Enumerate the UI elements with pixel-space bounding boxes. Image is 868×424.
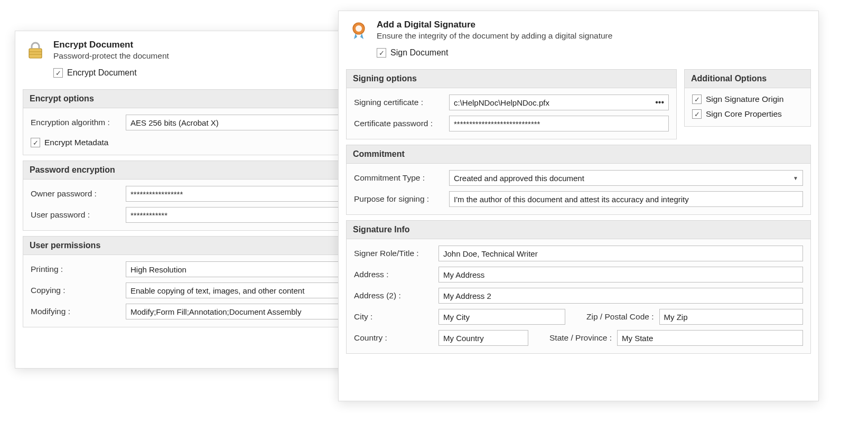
- browse-certificate-button[interactable]: •••: [655, 98, 664, 107]
- encrypt-document-checkbox-label: Encrypt Document: [67, 68, 137, 78]
- signing-options-section: Signing options Signing certificate : c:…: [346, 69, 677, 139]
- certificate-password-label: Certificate password :: [354, 119, 444, 128]
- signer-role-input[interactable]: John Doe, Technical Writer: [438, 246, 803, 261]
- signing-options-header: Signing options: [347, 70, 676, 88]
- state-label: State / Province :: [549, 333, 612, 343]
- sign-signature-origin-label: Sign Signature Origin: [706, 95, 783, 104]
- copying-label: Copying :: [31, 286, 120, 295]
- encrypt-document-checkbox[interactable]: ✓: [53, 68, 63, 78]
- certificate-password-input[interactable]: ****************************: [449, 116, 669, 131]
- sign-signature-origin-checkbox[interactable]: ✓: [692, 95, 702, 104]
- signature-title: Add a Digital Signature: [377, 20, 809, 30]
- country-input[interactable]: My Country: [438, 330, 528, 346]
- user-password-label: User password :: [31, 210, 120, 220]
- country-label: Country :: [354, 333, 433, 343]
- lock-icon: [25, 40, 46, 61]
- signing-certificate-label: Signing certificate :: [354, 98, 444, 107]
- owner-password-label: Owner password :: [31, 189, 120, 199]
- signing-certificate-input[interactable]: c:\HelpNDoc\HelpNDoc.pfx •••: [449, 95, 669, 110]
- additional-options-section: Additional Options ✓ Sign Signature Orig…: [684, 69, 811, 127]
- encrypt-metadata-checkbox[interactable]: ✓: [31, 138, 40, 147]
- signature-info-section: Signature Info Signer Role/Title : John …: [346, 220, 811, 354]
- commitment-header: Commitment: [347, 145, 810, 164]
- signature-info-header: Signature Info: [347, 221, 810, 239]
- signature-header: Add a Digital Signature Ensure the integ…: [339, 11, 818, 45]
- address2-label: Address (2) :: [354, 291, 433, 300]
- sign-core-properties-label: Sign Core Properties: [706, 109, 782, 119]
- purpose-for-signing-label: Purpose for signing :: [354, 194, 444, 204]
- state-input[interactable]: My State: [617, 330, 803, 346]
- sign-document-checkbox-label: Sign Document: [390, 48, 448, 58]
- digital-signature-panel: Add a Digital Signature Ensure the integ…: [338, 11, 819, 401]
- modifying-label: Modifying :: [31, 307, 120, 316]
- encryption-algorithm-label: Encryption algorithm :: [31, 118, 120, 127]
- signature-subtitle: Ensure the integrity of the document by …: [377, 31, 809, 41]
- encrypt-metadata-label: Encrypt Metadata: [44, 138, 108, 147]
- city-input[interactable]: My City: [438, 309, 565, 325]
- address-input[interactable]: My Address: [438, 267, 803, 282]
- sign-core-properties-checkbox[interactable]: ✓: [692, 109, 702, 119]
- svg-point-4: [356, 25, 362, 32]
- commitment-type-select[interactable]: Created and approved this document ▼: [449, 170, 803, 186]
- address2-input[interactable]: My Address 2: [438, 288, 803, 304]
- purpose-for-signing-input[interactable]: I'm the author of this document and atte…: [449, 191, 803, 207]
- zip-label: Zip / Postal Code :: [586, 312, 654, 322]
- svg-rect-1: [29, 51, 42, 52]
- printing-label: Printing :: [31, 265, 120, 274]
- chevron-down-icon: ▼: [793, 175, 798, 181]
- signer-role-label: Signer Role/Title :: [354, 249, 433, 258]
- additional-options-header: Additional Options: [685, 70, 810, 88]
- ribbon-seal-icon: [348, 20, 369, 41]
- commitment-type-label: Commitment Type :: [354, 173, 444, 183]
- zip-input[interactable]: My Zip: [659, 309, 803, 325]
- address-label: Address :: [354, 270, 433, 279]
- city-label: City :: [354, 312, 433, 322]
- commitment-section: Commitment Commitment Type : Created and…: [346, 145, 811, 215]
- sign-document-checkbox[interactable]: ✓: [377, 48, 386, 58]
- svg-rect-2: [29, 54, 42, 55]
- svg-rect-0: [29, 49, 42, 58]
